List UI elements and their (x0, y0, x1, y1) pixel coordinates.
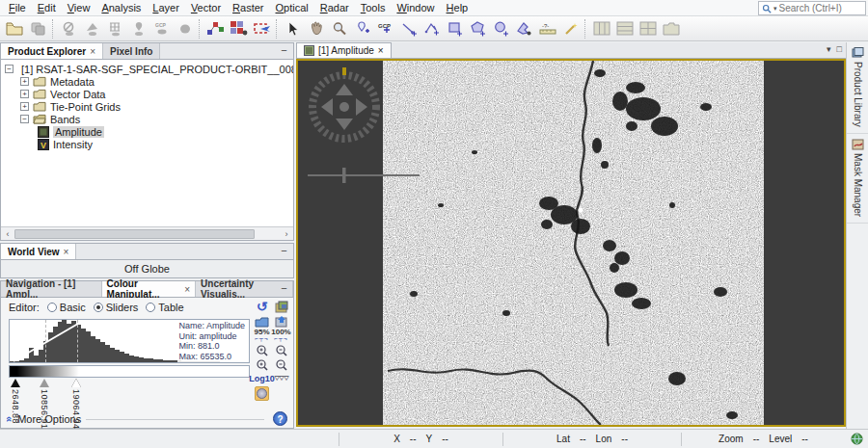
no-data-colour-toggle[interactable] (255, 386, 269, 401)
distribute-sliders-evenly-icon[interactable]: ⛛⛛⛛ (274, 372, 289, 385)
expand-toggle[interactable]: + (20, 102, 29, 111)
expand-toggle[interactable]: + (20, 90, 29, 98)
help-button[interactable]: ? (273, 411, 287, 426)
pin-placing-tool-button[interactable] (351, 17, 373, 40)
range-100-percent-button[interactable]: 100%⌐┬¬ (271, 329, 290, 342)
collapse-toggle[interactable]: − (20, 115, 29, 123)
polyline-drawing-tool-button[interactable] (420, 17, 443, 40)
menu-optical[interactable]: Optical (270, 1, 314, 14)
minimize-icon[interactable]: − (278, 44, 290, 57)
tab-colour-manipulation[interactable]: Colour Manipulat... × (102, 281, 197, 297)
minimize-icon[interactable]: − (278, 245, 290, 257)
open-product-button[interactable] (4, 17, 26, 40)
menu-view[interactable]: View (62, 1, 96, 14)
log-scale-toggle[interactable]: Log10 (255, 372, 270, 385)
batch-processing-button[interactable] (228, 17, 250, 40)
tree-node-vector-data[interactable]: + Vector Data (20, 88, 293, 100)
menu-vector[interactable]: Vector (185, 1, 227, 14)
zoom-out-horizontal-icon[interactable] (274, 357, 289, 371)
minimize-icon[interactable]: − (278, 282, 290, 295)
polygon-drawing-tool-button[interactable] (467, 17, 489, 40)
menu-analysis[interactable]: Analysis (95, 1, 147, 14)
menu-raster[interactable]: Raster (227, 1, 269, 14)
close-icon[interactable]: × (378, 45, 384, 56)
menu-tools[interactable]: Tools (355, 1, 392, 14)
magic-wand-button[interactable] (559, 17, 582, 40)
tab-pixel-info[interactable]: Pixel Info (103, 43, 160, 59)
horizontal-scrollbar[interactable]: ‹ › (1, 226, 293, 240)
select-tool-button[interactable] (282, 17, 304, 40)
menu-layer[interactable]: Layer (147, 1, 185, 14)
tree-node-metadata[interactable]: + Metadata (20, 75, 293, 88)
graph-builder-button[interactable] (204, 17, 227, 40)
radio-sliders[interactable]: Sliders (94, 302, 139, 313)
right-sidebar: Product Library Mask Manager (846, 42, 868, 429)
search-input[interactable] (779, 3, 856, 13)
magic-wand-region-tool-button[interactable] (513, 17, 535, 40)
tab-list-dropdown-icon[interactable]: ▾ (827, 44, 831, 54)
tree-node-intensity[interactable]: V Intensity (38, 138, 293, 150)
scroll-right-icon[interactable]: › (280, 229, 293, 239)
search-dropdown-icon[interactable]: ▾ (773, 5, 777, 13)
pan-right-arrow[interactable] (356, 98, 367, 116)
amplitude-image-view[interactable] (296, 59, 846, 427)
off-globe-label[interactable]: Off Globe (124, 263, 170, 275)
menu-file[interactable]: File (3, 1, 32, 14)
zoom-in-horizontal-icon[interactable] (255, 357, 270, 371)
zoom-tool-button[interactable] (328, 17, 350, 40)
pan-up-arrow[interactable] (336, 84, 353, 95)
tab-amplitude-view[interactable]: [1] Amplitude × (296, 42, 392, 58)
rectangle-drawing-tool-button[interactable] (444, 17, 466, 40)
close-icon[interactable]: × (64, 247, 69, 257)
pan-tool-button[interactable] (305, 17, 327, 40)
tree-node-tie-point-grids[interactable]: + Tie-Point Grids (20, 100, 293, 113)
tree-node-bands[interactable]: − Bands (20, 113, 293, 125)
sidebar-tab-mask-manager[interactable]: Mask Manager (847, 134, 868, 224)
tab-navigation[interactable]: Navigation - [1] Ampl... (1, 281, 102, 297)
colour-gradient-bar[interactable] (9, 365, 250, 378)
folder-icon (33, 101, 46, 112)
globe-status-icon (851, 433, 863, 445)
zoom-slider-handle[interactable] (342, 168, 346, 183)
radio-basic[interactable]: Basic (47, 302, 86, 313)
subset-button[interactable] (251, 17, 273, 40)
menu-window[interactable]: Window (391, 1, 440, 14)
menu-radar[interactable]: Radar (314, 1, 355, 14)
tree-node-amplitude[interactable]: Amplitude (38, 125, 293, 138)
menu-edit[interactable]: Edit (32, 1, 62, 14)
scroll-left-icon[interactable]: ‹ (1, 229, 14, 239)
pan-down-arrow[interactable] (336, 119, 353, 130)
collapse-toggle[interactable]: − (5, 65, 14, 73)
import-palette-icon[interactable] (255, 314, 270, 328)
tree-node-product[interactable]: − [1] RSAT-1-SAR-SGF_SPECIAL_PRODUCT-ORB… (5, 63, 293, 75)
range-95-percent-button[interactable]: 95%⌐┬¬ (254, 329, 269, 342)
export-palette-icon[interactable] (274, 314, 289, 328)
range-finder-tool-button[interactable]: -?- (536, 17, 558, 40)
radio-table[interactable]: Table (146, 302, 183, 313)
menu-help[interactable]: Help (441, 1, 475, 14)
slider-handle-max[interactable] (71, 379, 81, 387)
gcp-placing-tool-button[interactable]: GCP (374, 17, 396, 40)
view-navigation-compass[interactable] (304, 65, 511, 219)
maximize-view-icon[interactable]: □ (837, 44, 842, 54)
close-icon[interactable]: × (184, 284, 190, 295)
more-options-row[interactable]: « More Options (7, 413, 264, 425)
slider-handle-min[interactable] (11, 379, 20, 387)
pan-left-arrow[interactable] (321, 98, 333, 116)
compass-center-button[interactable] (339, 102, 349, 112)
zoom-in-vertical-icon[interactable] (255, 343, 270, 356)
tab-world-view[interactable]: World View × (1, 244, 76, 259)
reset-palette-icon[interactable]: ↺ (255, 300, 270, 313)
ellipse-drawing-tool-button[interactable] (490, 17, 512, 40)
close-icon[interactable]: × (90, 46, 95, 57)
sidebar-tab-product-library[interactable]: Product Library (847, 42, 868, 134)
tab-product-explorer[interactable]: Product Explorer × (1, 43, 103, 59)
scrollbar-thumb[interactable] (14, 229, 255, 239)
expand-toggle[interactable]: + (20, 77, 29, 86)
slider-handle-mid[interactable] (40, 379, 49, 387)
search-box[interactable]: ▾ (758, 1, 866, 15)
multi-colour-palette-icon[interactable] (274, 300, 289, 313)
line-drawing-tool-button[interactable] (397, 17, 420, 40)
zoom-out-vertical-icon[interactable] (274, 343, 289, 356)
histogram[interactable]: Name: Amplitude Unit: amplitude Min: 881… (9, 319, 250, 363)
